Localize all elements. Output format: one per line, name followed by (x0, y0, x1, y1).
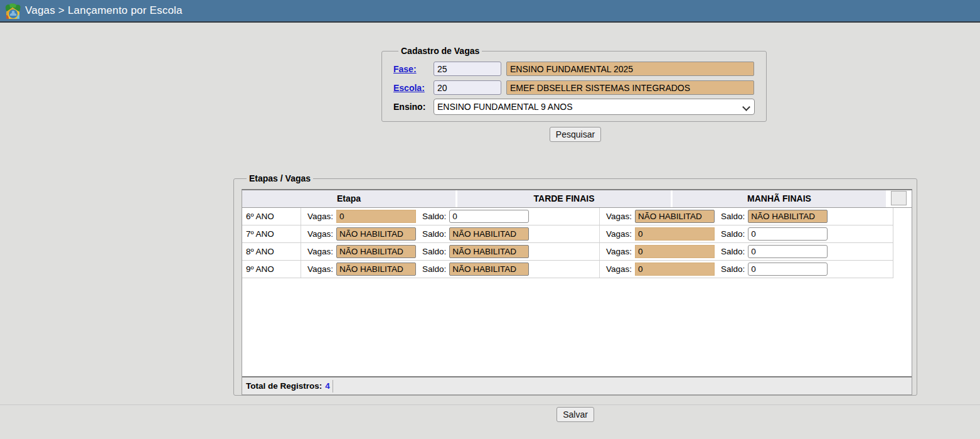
table-header-row: Etapa TARDE FINAIS MANHÃ FINAIS (242, 190, 912, 208)
tarde-saldo-field (449, 227, 529, 241)
fase-description-field (506, 62, 754, 76)
manha-saldo-field[interactable] (748, 245, 828, 258)
tarde-saldo-field[interactable] (449, 210, 529, 223)
cadastro-de-vagas-fieldset: Cadastro de Vagas Fase: Escola: Ensino: … (381, 46, 767, 122)
tarde-vagas-field (336, 210, 416, 223)
table-body: 6º ANO Vagas: Saldo: Vagas: Saldo: 7º AN… (242, 208, 912, 376)
etapa-cell: 8º ANO (242, 243, 301, 260)
etapa-cell: 9º ANO (242, 261, 301, 278)
saldo-label: Saldo: (422, 212, 446, 221)
tarde-vagas-field (336, 263, 416, 276)
vagas-label: Vagas: (606, 264, 632, 274)
page-title: Vagas > Lançamento por Escola (25, 4, 183, 17)
ensino-select-wrap: ENSINO FUNDAMENTAL 9 ANOS (434, 99, 755, 115)
vagas-label: Vagas: (307, 212, 333, 221)
vagas-label: Vagas: (307, 264, 333, 274)
etapas-vagas-fieldset: Etapas / Vagas Etapa TARDE FINAIS MANHÃ … (233, 173, 917, 396)
escola-link[interactable]: Escola: (393, 83, 432, 93)
ensino-select[interactable]: ENSINO FUNDAMENTAL 9 ANOS (434, 99, 755, 115)
saldo-label: Saldo: (721, 229, 745, 239)
tarde-cell: Vagas: Saldo: (301, 208, 600, 225)
footer-divider (0, 404, 980, 405)
saldo-label: Saldo: (422, 264, 446, 274)
manha-cell: Vagas: Saldo: (600, 208, 893, 225)
saldo-label: Saldo: (721, 247, 745, 256)
manha-vagas-field (635, 245, 715, 258)
escola-code-input[interactable] (434, 80, 501, 95)
manha-cell: Vagas: Saldo: (600, 243, 893, 260)
manha-vagas-field (635, 263, 715, 276)
fase-code-input[interactable] (434, 62, 501, 76)
vagas-label: Vagas: (606, 212, 632, 221)
scrollbar-spacer (891, 191, 907, 205)
table-row: 6º ANO Vagas: Saldo: Vagas: Saldo: (242, 208, 893, 225)
manha-saldo-field[interactable] (748, 263, 828, 276)
saldo-label: Saldo: (422, 229, 446, 239)
totals-label: Total de Registros: (246, 381, 322, 391)
manha-saldo-field (748, 210, 828, 223)
tarde-vagas-field (336, 227, 416, 241)
totals-divider (333, 380, 333, 393)
table-row: 9º ANO Vagas: Saldo: Vagas: Saldo: (242, 261, 893, 278)
manha-saldo-field[interactable] (748, 227, 828, 241)
totals-value: 4 (325, 381, 330, 391)
pesquisar-button-row: Pesquisar (233, 127, 917, 142)
manha-vagas-field (635, 227, 715, 241)
ensino-label: Ensino: (393, 102, 432, 112)
cadastro-legend: Cadastro de Vagas (398, 46, 482, 56)
manha-vagas-field (635, 210, 715, 223)
top-bar: Vagas > Lançamento por Escola (0, 0, 980, 23)
totals-bar: Total de Registros: 4 (242, 376, 912, 394)
etapa-cell: 7º ANO (242, 225, 301, 242)
tarde-cell: Vagas: Saldo: (301, 225, 600, 242)
table-row: 8º ANO Vagas: Saldo: Vagas: Saldo: (242, 243, 893, 261)
fase-link[interactable]: Fase: (393, 64, 432, 74)
saldo-label: Saldo: (422, 247, 446, 256)
vagas-label: Vagas: (606, 229, 632, 239)
manha-cell: Vagas: Saldo: (600, 261, 893, 278)
tarde-cell: Vagas: Saldo: (301, 261, 600, 278)
tarde-saldo-field (449, 263, 529, 276)
manha-cell: Vagas: Saldo: (600, 225, 893, 242)
vagas-label: Vagas: (307, 229, 333, 239)
etapas-table: Etapa TARDE FINAIS MANHÃ FINAIS 6º ANO V… (242, 189, 912, 395)
column-header-tarde-finais: TARDE FINAIS (457, 190, 673, 207)
tarde-cell: Vagas: Saldo: (301, 243, 600, 260)
vagas-label: Vagas: (606, 247, 632, 256)
table-row: 7º ANO Vagas: Saldo: Vagas: Saldo: (242, 225, 893, 243)
fase-row: Fase: (393, 60, 766, 78)
escola-row: Escola: (393, 79, 766, 97)
salvar-button[interactable]: Salvar (557, 407, 594, 422)
salvar-button-row: Salvar (233, 407, 917, 422)
etapa-cell: 6º ANO (242, 208, 301, 225)
etapas-legend: Etapas / Vagas (247, 173, 313, 183)
ensino-row: Ensino: ENSINO FUNDAMENTAL 9 ANOS (393, 97, 766, 116)
escola-description-field (506, 80, 754, 95)
pesquisar-button[interactable]: Pesquisar (550, 127, 601, 142)
main-content: Cadastro de Vagas Fase: Escola: Ensino: … (0, 23, 980, 438)
saldo-label: Saldo: (721, 264, 745, 274)
school-vagas-icon (4, 3, 21, 19)
tarde-saldo-field (449, 245, 529, 258)
saldo-label: Saldo: (721, 212, 745, 221)
tarde-vagas-field (336, 245, 416, 258)
column-header-etapa: Etapa (242, 190, 457, 207)
vagas-label: Vagas: (307, 247, 333, 256)
column-header-manha-finais: MANHÃ FINAIS (673, 190, 888, 207)
